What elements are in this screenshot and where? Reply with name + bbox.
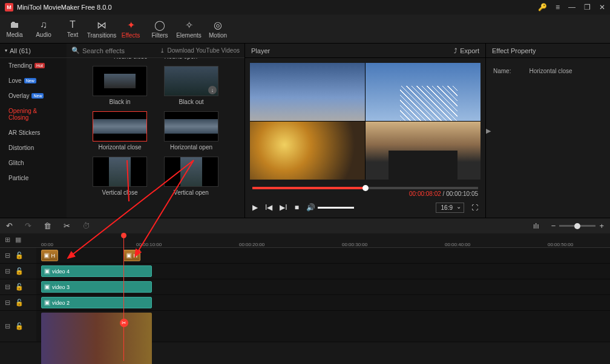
folder-icon: 🖿 — [10, 19, 19, 30]
category-overlay[interactable]: OverlayNew — [0, 88, 67, 103]
delete-button[interactable]: 🗑 — [44, 221, 51, 230]
timeline-playhead[interactable] — [123, 233, 124, 361]
minimize-icon[interactable]: ― — [568, 3, 576, 11]
track-video-icon[interactable]: ⊟ — [5, 299, 10, 307]
effect-vertical-close[interactable]: Vertical close — [93, 157, 147, 196]
clip-video-2[interactable]: ▣video 2 — [41, 297, 152, 308]
effect-horizontal-open[interactable]: Horizontal open — [164, 111, 218, 151]
stop-button[interactable]: ■ — [295, 203, 299, 212]
category-particle[interactable]: Particle — [0, 171, 67, 186]
category-trending[interactable]: TrendingHot — [0, 58, 67, 73]
clip-effect-2[interactable]: ▣H — [123, 250, 140, 261]
export-button[interactable]: ⤴Export — [454, 47, 479, 54]
effect-black-out[interactable]: ↓Black out — [164, 66, 218, 105]
effect-horizontal-close[interactable]: Horizontal close — [93, 111, 147, 151]
volume-icon[interactable]: 🔊 — [306, 203, 315, 212]
hamburger-icon[interactable]: ≡ — [556, 3, 560, 11]
tab-text[interactable]: TText — [58, 15, 87, 43]
clip-video-1[interactable]: ▣video 1 — [41, 313, 152, 364]
track-add-icon[interactable]: ⊞ — [5, 236, 10, 244]
clip-effect-1[interactable]: ▣H — [41, 250, 58, 261]
clip-video-4[interactable]: ▣video 4 — [41, 265, 152, 277]
key-icon[interactable]: 🔑 — [538, 3, 547, 11]
track-stack-icon[interactable]: ▦ — [15, 236, 21, 244]
effect-round-open[interactable]: Round open — [165, 58, 198, 60]
track-lock-icon[interactable]: 🔓 — [15, 267, 24, 275]
player-preview[interactable] — [250, 63, 480, 180]
aspect-ratio-select[interactable]: 16:9 — [436, 203, 464, 213]
top-tabs: 🖿Media ♫Audio TText ⋈Transitions ✦Effect… — [0, 15, 610, 44]
tab-audio[interactable]: ♫Audio — [29, 15, 58, 43]
category-ar-stickers[interactable]: AR Stickers — [0, 125, 67, 140]
preview-frame — [250, 63, 365, 121]
tab-motion[interactable]: ◎Motion — [203, 15, 232, 43]
preview-frame — [250, 122, 365, 180]
play-button[interactable]: ▶ — [252, 203, 258, 212]
chevron-down-icon: ▾ — [5, 48, 7, 53]
split-button[interactable]: ✂ — [64, 221, 70, 230]
search-icon: 🔍 — [71, 47, 80, 54]
close-icon[interactable]: ✕ — [599, 3, 605, 11]
effect-round-close[interactable]: Round close — [114, 58, 148, 60]
track-video-icon[interactable]: ⊟ — [5, 283, 10, 291]
category-all[interactable]: ▾All (61) — [0, 44, 67, 58]
hot-badge: Hot — [34, 63, 45, 68]
maximize-icon[interactable]: ❐ — [584, 3, 591, 11]
track-lock-icon[interactable]: 🔓 — [15, 322, 24, 330]
track-video-icon[interactable]: ⊟ — [5, 322, 10, 330]
undo-button[interactable]: ↶ — [6, 221, 13, 230]
redo-button[interactable]: ↷ — [25, 221, 31, 230]
scrubber-handle[interactable] — [362, 185, 369, 191]
zoom-in-button[interactable]: + — [599, 221, 604, 230]
track-effects: ⊟🔓 ▣H ▣H — [0, 248, 610, 264]
clip-thumb-icon: ▣ — [44, 284, 50, 290]
track-lock-icon[interactable]: 🔓 — [15, 283, 24, 291]
track-video-2: ⊟🔓 ▣video 2 — [0, 295, 610, 311]
effect-thumb — [93, 157, 147, 187]
clip-thumb-icon: ▣ — [44, 300, 50, 306]
volume-slider[interactable] — [318, 207, 354, 209]
category-opening-closing[interactable]: Opening & Closing — [0, 103, 67, 125]
player-scrubber[interactable] — [252, 187, 478, 189]
search-effects[interactable]: 🔍Search effects — [71, 47, 156, 54]
audio-toggle-button[interactable]: ılı — [533, 221, 539, 230]
tab-effects[interactable]: ✦Effects — [116, 15, 145, 43]
clip-video-3[interactable]: ▣video 3 — [41, 281, 152, 293]
scrubber-progress — [252, 187, 366, 189]
effect-thumb — [93, 66, 147, 96]
download-youtube-link[interactable]: ⤓Download YouTube Videos — [160, 47, 240, 54]
preview-frame — [366, 122, 480, 180]
zoom-slider[interactable] — [559, 225, 595, 227]
category-love[interactable]: LoveNew — [0, 73, 67, 88]
track-video-icon[interactable]: ⊟ — [5, 267, 10, 275]
category-glitch[interactable]: Glitch — [0, 155, 67, 171]
category-list: ▾All (61) TrendingHot LoveNew OverlayNew… — [0, 44, 67, 218]
text-icon: T — [70, 19, 76, 30]
fullscreen-button[interactable]: ⛶ — [471, 204, 478, 211]
download-icon: ⤓ — [160, 47, 165, 54]
speed-button[interactable]: ⏱ — [82, 221, 90, 230]
playhead-scissors-icon[interactable]: ✂ — [120, 319, 128, 327]
panel-expand-icon[interactable]: ▶ — [486, 127, 491, 135]
prev-button[interactable]: I◀ — [265, 203, 272, 212]
tab-media[interactable]: 🖿Media — [0, 15, 29, 43]
zoom-out-button[interactable]: − — [551, 221, 556, 230]
track-video-4: ⊟🔓 ▣video 4 — [0, 264, 610, 279]
motion-icon: ◎ — [214, 19, 222, 31]
next-button[interactable]: ▶I — [280, 203, 287, 212]
timeline-ruler[interactable]: ⊞ ▦ 00:00 00:00:10:00 00:00:20:00 00:00:… — [0, 233, 610, 248]
property-name-label: Name: — [493, 68, 511, 74]
track-video-icon[interactable]: ⊟ — [5, 252, 10, 259]
effect-black-in[interactable]: Black in — [93, 66, 147, 105]
tab-transitions[interactable]: ⋈Transitions — [87, 15, 116, 43]
zoom-handle[interactable] — [574, 223, 580, 229]
track-lock-icon[interactable]: 🔓 — [15, 299, 24, 307]
track-lock-icon[interactable]: 🔓 — [15, 252, 24, 259]
effect-thumb: ↓ — [164, 66, 218, 96]
transition-icon: ⋈ — [97, 19, 107, 31]
category-distortion[interactable]: Distortion — [0, 140, 67, 155]
new-badge: New — [31, 93, 44, 99]
effect-vertical-open[interactable]: Vertical open — [164, 157, 218, 196]
tab-filters[interactable]: ◯Filters — [145, 15, 174, 43]
tab-elements[interactable]: ✧Elements — [174, 15, 203, 43]
